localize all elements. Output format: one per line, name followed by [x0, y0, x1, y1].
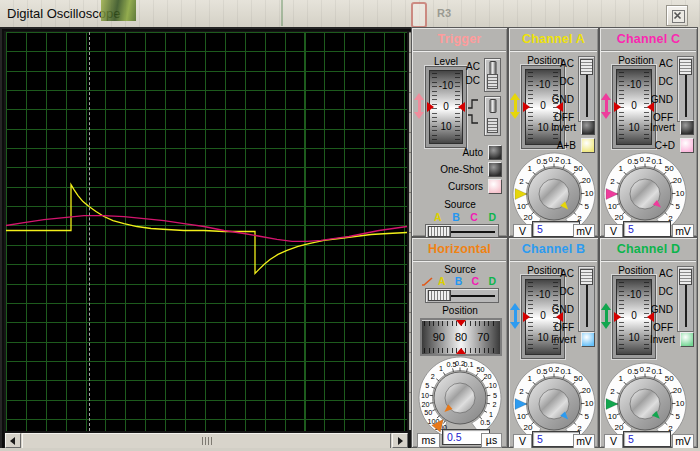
knob-scale-label: 20 — [673, 176, 682, 185]
channel-d-position-slider[interactable]: -10 0 10 — [612, 275, 656, 359]
knob-scale-label: 20 — [582, 386, 591, 395]
channel-a-position-indicator[interactable] — [510, 93, 520, 119]
channel-b-position-slider[interactable]: -10 0 10 — [521, 275, 565, 359]
channel-d-panel: Channel D Position -10 0 10 AC DC GND OF… — [599, 237, 698, 448]
a-plus-b-label: A+B — [557, 140, 576, 151]
knob-scale-label: 1 — [618, 374, 623, 383]
trigger-coupling-switch[interactable] — [484, 58, 501, 92]
invert-label: Invert — [650, 122, 675, 133]
channel-a-invert-button[interactable] — [581, 120, 595, 135]
channel-d-title: Channel D — [601, 239, 696, 261]
ac-label: AC — [659, 268, 673, 279]
scroll-left-button[interactable] — [5, 433, 21, 448]
slider-marker-left-icon — [523, 312, 530, 322]
channel-c-title: Channel C — [601, 29, 696, 51]
channel-a-coupling-switch[interactable] — [578, 56, 595, 122]
gnd-label: GND — [552, 304, 574, 315]
trigger-edge-switch[interactable] — [484, 96, 501, 136]
channel-d-position-indicator[interactable] — [601, 303, 611, 329]
horizontal-position-label: Position — [426, 305, 494, 316]
horizontal-position-dial[interactable]: 90 80 70 — [420, 318, 502, 356]
gnd-label: GND — [651, 304, 673, 315]
knob-scale-label: 20 — [582, 176, 591, 185]
trigger-source-label: Source — [426, 199, 494, 210]
channel-c-position-slider[interactable]: -10 0 10 — [612, 65, 656, 149]
waveform-display — [6, 32, 407, 431]
scroll-left-arrow-icon — [10, 437, 15, 445]
trigger-level-slider[interactable]: -10 0 10 — [425, 66, 467, 148]
millivolts-unit-label: mV — [672, 434, 694, 449]
channel-d-scale-value[interactable]: 5 — [623, 431, 671, 447]
horizontal-scrollbar[interactable] — [5, 433, 408, 448]
horizontal-source-slider[interactable] — [425, 288, 499, 303]
channel-b-scale-knob[interactable]: 20105210.50.20.150201052 — [510, 362, 598, 442]
gnd-label: GND — [552, 94, 574, 105]
channel-a-sum-button[interactable] — [581, 138, 595, 153]
channel-c-position-indicator[interactable] — [601, 93, 611, 119]
knob-scale-label: 0.1 — [651, 367, 663, 376]
knob-scale-label: 0.2 — [548, 365, 560, 374]
trigger-panel: Trigger Level -10 0 10 AC DC — [411, 27, 508, 237]
knob-scale-label: 2 — [431, 372, 435, 381]
millivolts-unit-label: mV — [573, 434, 595, 449]
ac-label: AC — [560, 58, 574, 69]
slider-marker-left-icon — [427, 102, 434, 112]
knob-scale-label: 20 — [422, 400, 430, 409]
knob-scale-label: 10 — [517, 202, 526, 211]
channel-c-coupling-switch[interactable] — [677, 56, 694, 122]
knob-scale-label: 2 — [610, 177, 615, 186]
titlebar[interactable]: Digital Oscilloscope R3 — [0, 0, 700, 27]
channel-c-panel: Channel C Position -10 0 10 AC DC GND OF… — [599, 27, 698, 237]
channel-b-position-indicator[interactable] — [510, 303, 520, 329]
close-button[interactable] — [666, 5, 688, 26]
channel-d-coupling-switch[interactable] — [677, 266, 694, 332]
scrollbar-thumb[interactable] — [22, 433, 391, 449]
channel-b-panel: Channel B Position -10 0 10 AC DC GND OF… — [508, 237, 599, 448]
channel-d-scale-knob[interactable]: 20105210.50.20.150201052 — [601, 362, 689, 442]
cursors-button[interactable] — [488, 179, 502, 194]
milliseconds-unit-label: ms — [417, 433, 440, 448]
dc-label: DC — [659, 76, 673, 87]
dial-number: 70 — [477, 331, 489, 343]
channel-c-scale-value[interactable]: 5 — [623, 221, 671, 237]
knob-scale-label: 0.2 — [639, 155, 651, 164]
scroll-right-button[interactable] — [392, 433, 408, 448]
horizontal-panel-title: Horizontal — [413, 239, 506, 261]
source-channel-d: D — [488, 275, 496, 287]
slider-marker-left-icon — [614, 102, 621, 112]
dc-label: DC — [560, 76, 574, 87]
knob-scale-label: 5 — [493, 391, 497, 400]
knob-scale-label: 50 — [574, 374, 583, 383]
timebase-knob[interactable]: 2001005020105210.50.20.15020105210.5 — [414, 356, 506, 436]
ac-label: AC — [560, 268, 574, 279]
knob-scale-label: 5 — [675, 412, 680, 421]
knob-scale-label: 10 — [608, 202, 617, 211]
channel-c-scale-knob[interactable]: 20105210.50.20.150201052 — [601, 152, 689, 232]
auto-button[interactable] — [488, 145, 502, 160]
channel-b-coupling-switch[interactable] — [578, 266, 595, 332]
channel-b-invert-button[interactable] — [581, 332, 595, 347]
knob-scale-label: 2 — [610, 387, 615, 396]
trigger-level-indicator[interactable] — [414, 93, 424, 119]
channel-c-sum-button[interactable] — [680, 138, 694, 153]
knob-scale-label: 10 — [517, 412, 526, 421]
channel-d-invert-button[interactable] — [680, 332, 694, 347]
channel-a-scale-knob[interactable]: 20105210.50.20.150201052 — [510, 152, 598, 232]
background-wire-artifact — [281, 0, 283, 26]
off-label: OFF — [554, 322, 574, 333]
microseconds-unit-label: µs — [481, 433, 502, 448]
horizontal-source-channels: ABCD — [438, 275, 496, 287]
off-label: OFF — [653, 322, 673, 333]
knob-scale-label: 10 — [608, 412, 617, 421]
source-channel-b: B — [452, 211, 460, 223]
close-icon — [672, 10, 685, 23]
falling-edge-icon — [467, 113, 479, 125]
channel-a-position-slider[interactable]: -10 0 10 — [521, 65, 565, 149]
invert-label: Invert — [650, 334, 675, 345]
knob-scale-label: 50 — [424, 408, 432, 417]
slider-marker-left-icon — [523, 102, 530, 112]
scope-display-region — [2, 29, 415, 451]
channel-c-invert-button[interactable] — [680, 120, 694, 135]
one-shot-button[interactable] — [488, 162, 502, 177]
knob-scale-label: 10 — [676, 399, 685, 408]
